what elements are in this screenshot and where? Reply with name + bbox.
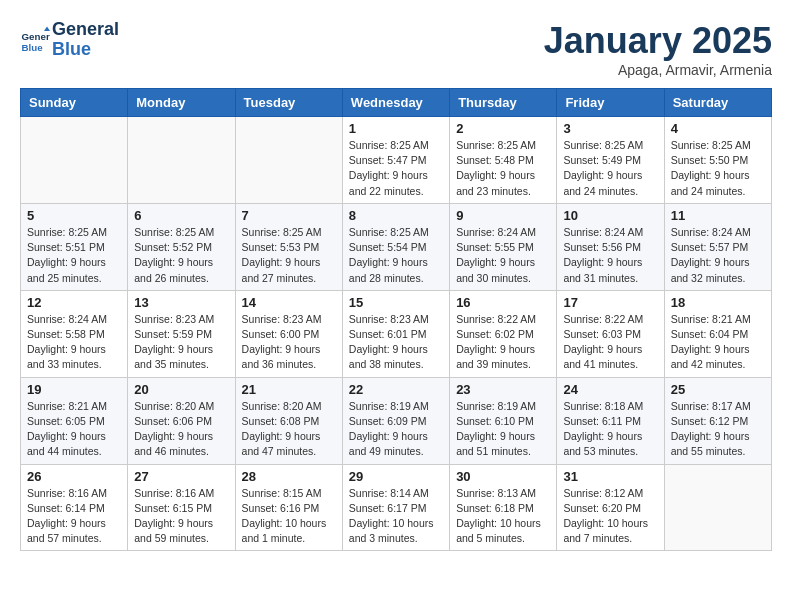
day-info: Sunrise: 8:25 AM Sunset: 5:49 PM Dayligh… [563,138,657,199]
weekday-header-friday: Friday [557,89,664,117]
calendar-cell: 15Sunrise: 8:23 AM Sunset: 6:01 PM Dayli… [342,290,449,377]
weekday-header-saturday: Saturday [664,89,771,117]
day-info: Sunrise: 8:25 AM Sunset: 5:52 PM Dayligh… [134,225,228,286]
location-subtitle: Apaga, Armavir, Armenia [544,62,772,78]
day-info: Sunrise: 8:25 AM Sunset: 5:50 PM Dayligh… [671,138,765,199]
day-number: 14 [242,295,336,310]
calendar-cell: 7Sunrise: 8:25 AM Sunset: 5:53 PM Daylig… [235,203,342,290]
calendar-week-2: 5Sunrise: 8:25 AM Sunset: 5:51 PM Daylig… [21,203,772,290]
day-info: Sunrise: 8:25 AM Sunset: 5:48 PM Dayligh… [456,138,550,199]
calendar-week-4: 19Sunrise: 8:21 AM Sunset: 6:05 PM Dayli… [21,377,772,464]
day-number: 3 [563,121,657,136]
day-info: Sunrise: 8:21 AM Sunset: 6:04 PM Dayligh… [671,312,765,373]
day-number: 18 [671,295,765,310]
day-number: 30 [456,469,550,484]
day-info: Sunrise: 8:24 AM Sunset: 5:58 PM Dayligh… [27,312,121,373]
day-number: 8 [349,208,443,223]
day-number: 25 [671,382,765,397]
calendar-cell: 8Sunrise: 8:25 AM Sunset: 5:54 PM Daylig… [342,203,449,290]
calendar-cell: 4Sunrise: 8:25 AM Sunset: 5:50 PM Daylig… [664,117,771,204]
calendar-cell: 22Sunrise: 8:19 AM Sunset: 6:09 PM Dayli… [342,377,449,464]
day-number: 5 [27,208,121,223]
calendar-cell [128,117,235,204]
calendar-cell: 23Sunrise: 8:19 AM Sunset: 6:10 PM Dayli… [450,377,557,464]
calendar-cell: 31Sunrise: 8:12 AM Sunset: 6:20 PM Dayli… [557,464,664,551]
day-info: Sunrise: 8:25 AM Sunset: 5:47 PM Dayligh… [349,138,443,199]
day-number: 11 [671,208,765,223]
day-number: 4 [671,121,765,136]
calendar-cell [664,464,771,551]
day-info: Sunrise: 8:17 AM Sunset: 6:12 PM Dayligh… [671,399,765,460]
calendar-cell: 27Sunrise: 8:16 AM Sunset: 6:15 PM Dayli… [128,464,235,551]
logo-blue: Blue [52,40,119,60]
calendar-cell: 1Sunrise: 8:25 AM Sunset: 5:47 PM Daylig… [342,117,449,204]
day-info: Sunrise: 8:23 AM Sunset: 6:01 PM Dayligh… [349,312,443,373]
day-number: 6 [134,208,228,223]
day-info: Sunrise: 8:20 AM Sunset: 6:06 PM Dayligh… [134,399,228,460]
day-number: 19 [27,382,121,397]
day-info: Sunrise: 8:24 AM Sunset: 5:56 PM Dayligh… [563,225,657,286]
day-info: Sunrise: 8:16 AM Sunset: 6:14 PM Dayligh… [27,486,121,547]
calendar-cell: 11Sunrise: 8:24 AM Sunset: 5:57 PM Dayli… [664,203,771,290]
logo-general: General [52,20,119,40]
calendar-week-5: 26Sunrise: 8:16 AM Sunset: 6:14 PM Dayli… [21,464,772,551]
day-number: 2 [456,121,550,136]
day-info: Sunrise: 8:22 AM Sunset: 6:02 PM Dayligh… [456,312,550,373]
day-number: 27 [134,469,228,484]
calendar-cell: 2Sunrise: 8:25 AM Sunset: 5:48 PM Daylig… [450,117,557,204]
month-title: January 2025 [544,20,772,62]
day-info: Sunrise: 8:25 AM Sunset: 5:54 PM Dayligh… [349,225,443,286]
calendar-cell: 28Sunrise: 8:15 AM Sunset: 6:16 PM Dayli… [235,464,342,551]
day-number: 31 [563,469,657,484]
calendar-cell: 25Sunrise: 8:17 AM Sunset: 6:12 PM Dayli… [664,377,771,464]
calendar-cell: 10Sunrise: 8:24 AM Sunset: 5:56 PM Dayli… [557,203,664,290]
day-info: Sunrise: 8:14 AM Sunset: 6:17 PM Dayligh… [349,486,443,547]
svg-text:Blue: Blue [22,41,44,52]
day-number: 21 [242,382,336,397]
day-info: Sunrise: 8:20 AM Sunset: 6:08 PM Dayligh… [242,399,336,460]
weekday-header-thursday: Thursday [450,89,557,117]
calendar-table: SundayMondayTuesdayWednesdayThursdayFrid… [20,88,772,551]
day-info: Sunrise: 8:24 AM Sunset: 5:57 PM Dayligh… [671,225,765,286]
day-info: Sunrise: 8:19 AM Sunset: 6:09 PM Dayligh… [349,399,443,460]
calendar-cell: 26Sunrise: 8:16 AM Sunset: 6:14 PM Dayli… [21,464,128,551]
calendar-week-3: 12Sunrise: 8:24 AM Sunset: 5:58 PM Dayli… [21,290,772,377]
day-number: 22 [349,382,443,397]
day-number: 17 [563,295,657,310]
day-number: 13 [134,295,228,310]
calendar-cell: 6Sunrise: 8:25 AM Sunset: 5:52 PM Daylig… [128,203,235,290]
day-info: Sunrise: 8:13 AM Sunset: 6:18 PM Dayligh… [456,486,550,547]
weekday-header-tuesday: Tuesday [235,89,342,117]
day-info: Sunrise: 8:22 AM Sunset: 6:03 PM Dayligh… [563,312,657,373]
day-info: Sunrise: 8:25 AM Sunset: 5:53 PM Dayligh… [242,225,336,286]
day-number: 24 [563,382,657,397]
calendar-cell: 30Sunrise: 8:13 AM Sunset: 6:18 PM Dayli… [450,464,557,551]
calendar-cell: 20Sunrise: 8:20 AM Sunset: 6:06 PM Dayli… [128,377,235,464]
day-info: Sunrise: 8:15 AM Sunset: 6:16 PM Dayligh… [242,486,336,547]
calendar-week-1: 1Sunrise: 8:25 AM Sunset: 5:47 PM Daylig… [21,117,772,204]
calendar-cell [235,117,342,204]
day-info: Sunrise: 8:23 AM Sunset: 5:59 PM Dayligh… [134,312,228,373]
day-number: 15 [349,295,443,310]
calendar-cell [21,117,128,204]
weekday-header-sunday: Sunday [21,89,128,117]
calendar-cell: 21Sunrise: 8:20 AM Sunset: 6:08 PM Dayli… [235,377,342,464]
calendar-cell: 29Sunrise: 8:14 AM Sunset: 6:17 PM Dayli… [342,464,449,551]
day-number: 23 [456,382,550,397]
day-number: 20 [134,382,228,397]
day-number: 12 [27,295,121,310]
day-info: Sunrise: 8:21 AM Sunset: 6:05 PM Dayligh… [27,399,121,460]
title-block: January 2025 Apaga, Armavir, Armenia [544,20,772,78]
svg-text:General: General [22,31,51,42]
calendar-cell: 24Sunrise: 8:18 AM Sunset: 6:11 PM Dayli… [557,377,664,464]
calendar-cell: 13Sunrise: 8:23 AM Sunset: 5:59 PM Dayli… [128,290,235,377]
weekday-header-row: SundayMondayTuesdayWednesdayThursdayFrid… [21,89,772,117]
day-info: Sunrise: 8:19 AM Sunset: 6:10 PM Dayligh… [456,399,550,460]
calendar-cell: 16Sunrise: 8:22 AM Sunset: 6:02 PM Dayli… [450,290,557,377]
calendar-cell: 19Sunrise: 8:21 AM Sunset: 6:05 PM Dayli… [21,377,128,464]
calendar-cell: 18Sunrise: 8:21 AM Sunset: 6:04 PM Dayli… [664,290,771,377]
calendar-cell: 9Sunrise: 8:24 AM Sunset: 5:55 PM Daylig… [450,203,557,290]
day-number: 7 [242,208,336,223]
logo-icon: General Blue [20,25,50,55]
day-number: 29 [349,469,443,484]
